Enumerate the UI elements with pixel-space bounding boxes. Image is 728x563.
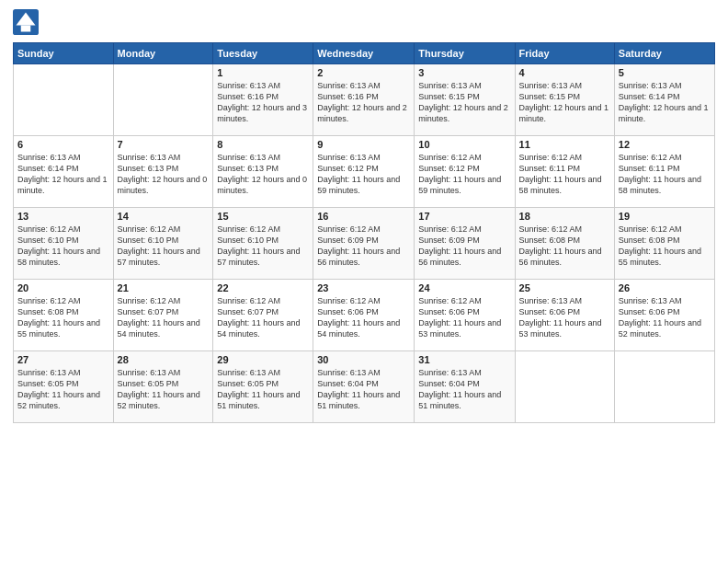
day-info: Sunrise: 6:13 AM Sunset: 6:05 PM Dayligh… (17, 367, 109, 412)
day-info: Sunrise: 6:13 AM Sunset: 6:16 PM Dayligh… (317, 80, 410, 125)
day-number: 6 (17, 139, 109, 150)
day-info: Sunrise: 6:13 AM Sunset: 6:16 PM Dayligh… (217, 80, 309, 125)
day-header-wednesday: Wednesday (313, 43, 415, 64)
day-number: 27 (17, 354, 109, 365)
day-info: Sunrise: 6:12 AM Sunset: 6:09 PM Dayligh… (418, 224, 510, 269)
calendar-cell: 15Sunrise: 6:12 AM Sunset: 6:10 PM Dayli… (213, 208, 313, 280)
day-number: 23 (317, 282, 410, 293)
calendar-week-2: 6Sunrise: 6:13 AM Sunset: 6:14 PM Daylig… (14, 136, 715, 208)
day-info: Sunrise: 6:13 AM Sunset: 6:06 PM Dayligh… (519, 295, 610, 340)
day-header-saturday: Saturday (614, 43, 714, 64)
header (13, 9, 715, 35)
day-number: 17 (418, 211, 510, 222)
day-number: 8 (217, 139, 309, 150)
day-number: 22 (217, 282, 309, 293)
day-header-friday: Friday (515, 43, 614, 64)
calendar-cell: 27Sunrise: 6:13 AM Sunset: 6:05 PM Dayli… (14, 351, 114, 423)
day-number: 31 (418, 354, 510, 365)
day-header-tuesday: Tuesday (213, 43, 313, 64)
calendar-cell: 24Sunrise: 6:12 AM Sunset: 6:06 PM Dayli… (415, 280, 515, 351)
day-info: Sunrise: 6:12 AM Sunset: 6:11 PM Dayligh… (619, 152, 711, 197)
day-info: Sunrise: 6:13 AM Sunset: 6:05 PM Dayligh… (217, 367, 309, 412)
calendar-cell: 31Sunrise: 6:13 AM Sunset: 6:04 PM Dayli… (415, 351, 515, 423)
calendar-header-row: SundayMondayTuesdayWednesdayThursdayFrid… (14, 43, 715, 64)
calendar-cell: 13Sunrise: 6:12 AM Sunset: 6:10 PM Dayli… (14, 208, 114, 280)
day-number: 15 (217, 211, 309, 222)
day-number: 20 (17, 282, 109, 293)
calendar-cell: 12Sunrise: 6:12 AM Sunset: 6:11 PM Dayli… (614, 136, 714, 208)
day-info: Sunrise: 6:12 AM Sunset: 6:10 PM Dayligh… (17, 224, 109, 269)
day-header-monday: Monday (113, 43, 213, 64)
day-info: Sunrise: 6:13 AM Sunset: 6:14 PM Dayligh… (619, 80, 711, 125)
day-info: Sunrise: 6:13 AM Sunset: 6:04 PM Dayligh… (418, 367, 510, 412)
calendar-cell: 29Sunrise: 6:13 AM Sunset: 6:05 PM Dayli… (213, 351, 313, 423)
day-info: Sunrise: 6:13 AM Sunset: 6:04 PM Dayligh… (317, 367, 410, 412)
day-info: Sunrise: 6:12 AM Sunset: 6:08 PM Dayligh… (17, 295, 109, 340)
day-info: Sunrise: 6:13 AM Sunset: 6:13 PM Dayligh… (217, 152, 309, 197)
calendar-week-5: 27Sunrise: 6:13 AM Sunset: 6:05 PM Dayli… (14, 351, 715, 423)
calendar-cell: 30Sunrise: 6:13 AM Sunset: 6:04 PM Dayli… (313, 351, 415, 423)
day-number: 16 (317, 211, 410, 222)
calendar-cell: 1Sunrise: 6:13 AM Sunset: 6:16 PM Daylig… (213, 64, 313, 136)
day-info: Sunrise: 6:12 AM Sunset: 6:12 PM Dayligh… (418, 152, 510, 197)
day-number: 10 (418, 139, 510, 150)
calendar-cell: 20Sunrise: 6:12 AM Sunset: 6:08 PM Dayli… (14, 280, 114, 351)
day-number: 25 (519, 282, 610, 293)
calendar-cell: 25Sunrise: 6:13 AM Sunset: 6:06 PM Dayli… (515, 280, 614, 351)
calendar-cell: 4Sunrise: 6:13 AM Sunset: 6:15 PM Daylig… (515, 64, 614, 136)
day-info: Sunrise: 6:12 AM Sunset: 6:07 PM Dayligh… (118, 295, 210, 340)
calendar-cell (113, 64, 213, 136)
day-info: Sunrise: 6:13 AM Sunset: 6:13 PM Dayligh… (118, 152, 210, 197)
day-number: 24 (418, 282, 510, 293)
day-number: 14 (118, 211, 210, 222)
day-info: Sunrise: 6:12 AM Sunset: 6:08 PM Dayligh… (619, 224, 711, 269)
calendar-week-1: 1Sunrise: 6:13 AM Sunset: 6:16 PM Daylig… (14, 64, 715, 136)
calendar-cell: 3Sunrise: 6:13 AM Sunset: 6:15 PM Daylig… (415, 64, 515, 136)
day-number: 1 (217, 67, 309, 78)
calendar-week-4: 20Sunrise: 6:12 AM Sunset: 6:08 PM Dayli… (14, 280, 715, 351)
calendar-cell (14, 64, 114, 136)
calendar-cell: 26Sunrise: 6:13 AM Sunset: 6:06 PM Dayli… (614, 280, 714, 351)
calendar-cell: 18Sunrise: 6:12 AM Sunset: 6:08 PM Dayli… (515, 208, 614, 280)
day-number: 3 (418, 67, 510, 78)
calendar-cell: 11Sunrise: 6:12 AM Sunset: 6:11 PM Dayli… (515, 136, 614, 208)
calendar-cell: 6Sunrise: 6:13 AM Sunset: 6:14 PM Daylig… (14, 136, 114, 208)
calendar-cell (515, 351, 614, 423)
day-info: Sunrise: 6:12 AM Sunset: 6:10 PM Dayligh… (118, 224, 210, 269)
calendar-cell: 16Sunrise: 6:12 AM Sunset: 6:09 PM Dayli… (313, 208, 415, 280)
day-info: Sunrise: 6:13 AM Sunset: 6:15 PM Dayligh… (519, 80, 610, 125)
day-info: Sunrise: 6:12 AM Sunset: 6:07 PM Dayligh… (217, 295, 309, 340)
day-number: 21 (118, 282, 210, 293)
day-info: Sunrise: 6:13 AM Sunset: 6:12 PM Dayligh… (317, 152, 410, 197)
page: SundayMondayTuesdayWednesdayThursdayFrid… (0, 0, 728, 563)
calendar-week-3: 13Sunrise: 6:12 AM Sunset: 6:10 PM Dayli… (14, 208, 715, 280)
day-number: 9 (317, 139, 410, 150)
day-number: 19 (619, 211, 711, 222)
calendar-cell: 14Sunrise: 6:12 AM Sunset: 6:10 PM Dayli… (113, 208, 213, 280)
logo (13, 9, 42, 35)
calendar-cell: 28Sunrise: 6:13 AM Sunset: 6:05 PM Dayli… (113, 351, 213, 423)
calendar-table: SundayMondayTuesdayWednesdayThursdayFrid… (13, 42, 715, 423)
calendar-cell: 7Sunrise: 6:13 AM Sunset: 6:13 PM Daylig… (113, 136, 213, 208)
calendar-cell: 22Sunrise: 6:12 AM Sunset: 6:07 PM Dayli… (213, 280, 313, 351)
calendar-cell: 17Sunrise: 6:12 AM Sunset: 6:09 PM Dayli… (415, 208, 515, 280)
calendar-cell: 5Sunrise: 6:13 AM Sunset: 6:14 PM Daylig… (614, 64, 714, 136)
logo-icon (13, 9, 39, 35)
day-number: 26 (619, 282, 711, 293)
day-info: Sunrise: 6:13 AM Sunset: 6:14 PM Dayligh… (17, 152, 109, 197)
calendar-cell: 19Sunrise: 6:12 AM Sunset: 6:08 PM Dayli… (614, 208, 714, 280)
day-header-thursday: Thursday (415, 43, 515, 64)
day-number: 5 (619, 67, 711, 78)
day-info: Sunrise: 6:12 AM Sunset: 6:06 PM Dayligh… (418, 295, 510, 340)
day-number: 7 (118, 139, 210, 150)
calendar-cell (614, 351, 714, 423)
calendar-cell: 9Sunrise: 6:13 AM Sunset: 6:12 PM Daylig… (313, 136, 415, 208)
day-info: Sunrise: 6:13 AM Sunset: 6:15 PM Dayligh… (418, 80, 510, 125)
svg-rect-2 (21, 26, 31, 32)
day-number: 4 (519, 67, 610, 78)
day-info: Sunrise: 6:12 AM Sunset: 6:06 PM Dayligh… (317, 295, 410, 340)
calendar-cell: 23Sunrise: 6:12 AM Sunset: 6:06 PM Dayli… (313, 280, 415, 351)
calendar-cell: 10Sunrise: 6:12 AM Sunset: 6:12 PM Dayli… (415, 136, 515, 208)
day-number: 18 (519, 211, 610, 222)
day-number: 2 (317, 67, 410, 78)
